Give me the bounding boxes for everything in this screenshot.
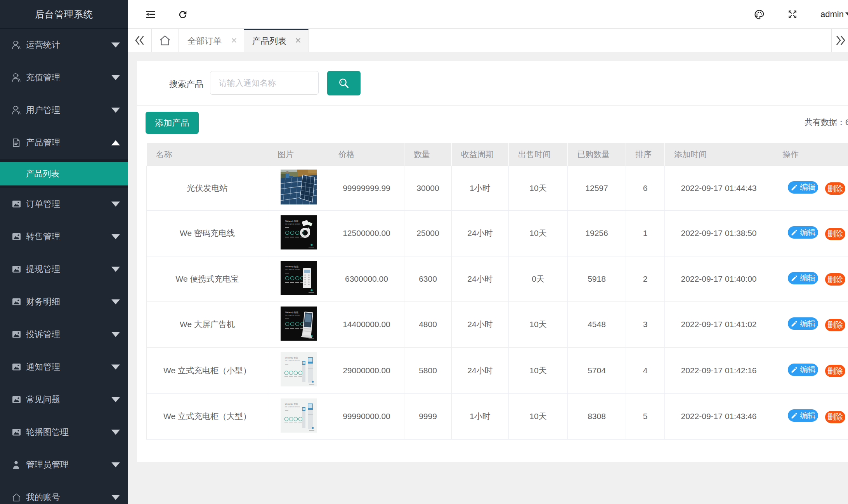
svg-text:Weiandy 智能: Weiandy 智能 [285,357,298,359]
svg-text:WE CHARGE SERIES: WE CHARGE SERIES [285,360,300,362]
svg-text:WE CHARGE SERIES: WE CHARGE SERIES [285,315,300,316]
svg-text:WE CHARGE SERIES: WE CHARGE SERIES [285,406,300,408]
svg-text:Weiandy 智能: Weiandy 智能 [285,311,298,314]
svg-text:Weiandy 智能: Weiandy 智能 [285,403,298,405]
svg-text:WE CHARGE SERIES: WE CHARGE SERIES [285,223,300,225]
svg-text:WE CHARGE SERIES: WE CHARGE SERIES [285,269,300,270]
svg-text:Weiandy 智能: Weiandy 智能 [285,265,298,268]
svg-text:Weiandy 智能: Weiandy 智能 [285,220,298,223]
